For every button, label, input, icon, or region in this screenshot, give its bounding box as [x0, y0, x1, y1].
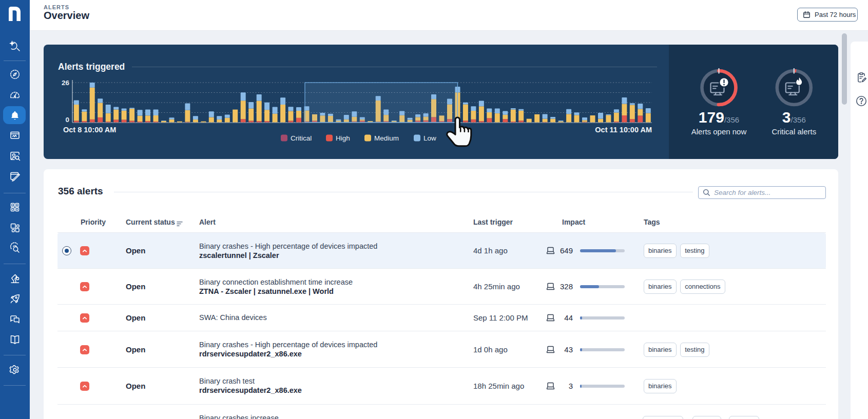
svg-text:Medium: Medium: [374, 134, 399, 142]
svg-text:0: 0: [65, 116, 69, 124]
svg-text:Low: Low: [423, 134, 436, 142]
svg-text:3/356: 3/356: [782, 109, 806, 126]
svg-text:Oct 8 10:00 AM: Oct 8 10:00 AM: [63, 126, 116, 134]
svg-text:Alerts triggered: Alerts triggered: [58, 62, 125, 72]
svg-text:Alerts open now: Alerts open now: [691, 127, 747, 136]
svg-text:Critical alerts: Critical alerts: [771, 127, 816, 136]
svg-text:26: 26: [62, 79, 70, 87]
svg-text:Critical: Critical: [291, 134, 312, 142]
svg-text:Oct 11 10:00 AM: Oct 11 10:00 AM: [595, 126, 652, 134]
svg-text:High: High: [336, 134, 350, 142]
svg-text:179/356: 179/356: [699, 109, 739, 126]
